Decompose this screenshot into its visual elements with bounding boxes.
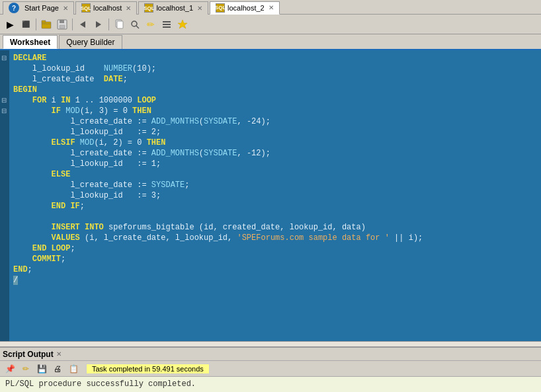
script-output-close[interactable]: ✕ [56,350,62,358]
print-button[interactable]: 🖨 [50,362,65,376]
tab-localhost-close[interactable]: ✕ [126,5,131,12]
tab-localhost-1-label: localhost_1 [156,4,193,12]
svg-rect-4 [60,25,65,28]
svg-rect-12 [163,21,171,22]
tab-localhost-2-label: localhost_2 [228,4,265,12]
tab-localhost[interactable]: SQL localhost ✕ [75,1,137,15]
save-output-button[interactable]: 💾 [34,362,49,376]
tab-start-close[interactable]: ✕ [63,5,68,12]
output-line: PL/SQL procedure successfully completed. [5,379,196,389]
tab-localhost-2-close[interactable]: ✕ [269,4,274,11]
svg-rect-11 [163,24,171,25]
help-icon: ? [9,3,19,13]
script-output-title: Script Output [3,350,54,359]
extra-button[interactable] [175,17,190,32]
script-output-header: Script Output ✕ [0,346,541,361]
svg-rect-0 [42,22,51,28]
tab-worksheet[interactable]: Worksheet [3,35,58,49]
scroll-indicator [0,341,541,346]
format-button[interactable]: ✏ [144,17,158,32]
svg-marker-14 [178,20,187,28]
tab-localhost-1-close[interactable]: ✕ [197,5,202,12]
stop-button[interactable]: ⬛ [19,17,33,32]
code-editor: ⊟ ⊟ ⊟ DECLARE l_lookup_id NUMBER(10); l_… [0,50,541,341]
edit-output-button[interactable]: ✏ [19,362,33,376]
tab-start-page-label: Start Page [24,4,59,12]
copy-button[interactable] [112,17,126,32]
sep3 [108,19,109,30]
output-toolbar: 📌 ✏ 💾 🖨 📋 Task completed in 59.491 secon… [0,361,541,377]
copy-output-button[interactable]: 📋 [66,362,81,376]
worksheet-label: Worksheet [10,38,50,47]
tab-localhost-1[interactable]: SQL localhost_1 ✕ [138,1,208,15]
open-button[interactable] [39,17,54,32]
tab-localhost-2[interactable]: SQL localhost_2 ✕ [210,1,280,15]
status-badge: Task completed in 59.491 seconds [86,364,210,374]
svg-marker-5 [80,21,85,28]
tab-localhost-label: localhost [93,4,122,12]
forward-button[interactable] [91,17,106,32]
search-button[interactable] [128,17,142,32]
run-button[interactable]: ▶ [3,17,17,32]
svg-rect-3 [60,20,64,23]
code-content[interactable]: DECLARE l_lookup_id NUMBER(10); l_create… [9,50,541,341]
pin-button[interactable]: 📌 [3,362,17,376]
sep1 [36,19,36,30]
svg-point-9 [132,21,137,26]
output-text-area: PL/SQL procedure successfully completed. [0,377,541,392]
tab-start-page[interactable]: ? Start Page ✕ [3,1,74,15]
sub-tab-bar: Worksheet Query Builder [0,34,541,50]
svg-rect-8 [117,21,123,28]
svg-marker-6 [96,21,101,28]
svg-rect-1 [42,20,46,22]
sql-icon-3: SQL [216,3,225,13]
tools-button[interactable] [159,17,174,32]
sql-icon-2: SQL [144,3,153,13]
save-button[interactable] [55,17,69,32]
sql-icon-1: SQL [81,3,91,13]
back-button[interactable] [75,17,90,32]
sep2 [72,19,73,30]
svg-line-10 [136,26,139,28]
tab-query-builder[interactable]: Query Builder [59,35,122,49]
gutter: ⊟ ⊟ ⊟ [0,50,9,341]
main-toolbar: ▶ ⬛ ✏ [0,15,541,34]
svg-rect-13 [163,26,171,28]
query-builder-label: Query Builder [66,38,114,47]
tab-bar: ? Start Page ✕ SQL localhost ✕ SQL local… [0,0,541,15]
